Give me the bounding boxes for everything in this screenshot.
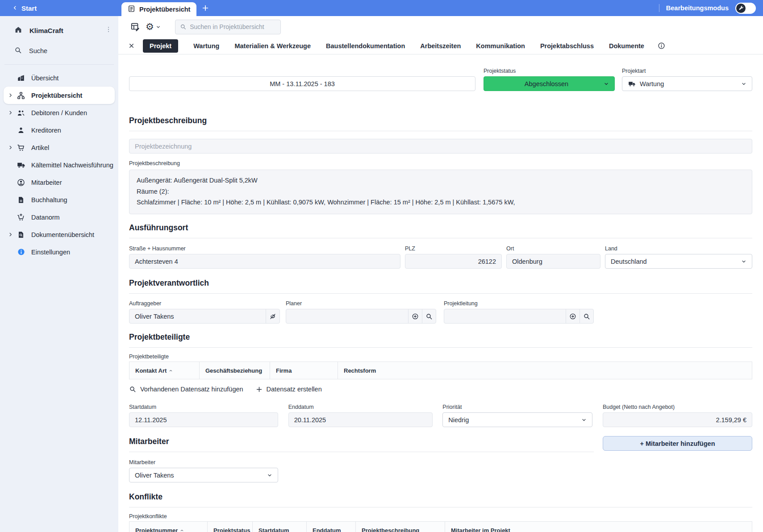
plus-icon — [202, 4, 209, 12]
street-field[interactable]: Achtersteven 4 — [129, 254, 400, 269]
lead-group: Projektleitung — [444, 300, 594, 324]
add-record-button[interactable] — [408, 309, 422, 323]
tab-title: Projektübersicht — [139, 6, 190, 13]
search-record-button[interactable] — [580, 309, 593, 323]
sidebar-item-debitoren-kunden[interactable]: Debitoren / Kunden — [4, 104, 115, 121]
column-firma[interactable]: Firma — [270, 362, 338, 379]
table-edit-icon — [130, 22, 140, 32]
planner-value[interactable] — [286, 309, 408, 323]
cart-plus-icon — [16, 213, 26, 222]
city-field[interactable]: Oldenburg — [506, 254, 600, 269]
column-projektstatus[interactable]: Projektstatus — [207, 522, 252, 532]
section-mitarbeiter: Mitarbeiter + Mitarbeiter hinzufügen — [129, 436, 752, 452]
project-form: MM - 13.11.2025 - 183 Projektstatus Abge… — [118, 54, 763, 532]
employee-select[interactable]: Oliver Takens — [129, 468, 278, 482]
people-icon — [16, 108, 26, 117]
edit-mode-toggle[interactable] — [735, 3, 756, 14]
chevron-right-icon[interactable] — [8, 110, 14, 115]
toggle-knob — [736, 4, 746, 13]
person-icon — [16, 126, 26, 135]
enddate-field[interactable]: 20.11.2025 — [288, 412, 433, 427]
project-name-input[interactable] — [129, 139, 752, 154]
column-mitarbeiter-im-projekt[interactable]: Mitarbeiter im Projekt — [445, 522, 752, 532]
create-record-link[interactable]: Datensatz erstellen — [256, 386, 322, 393]
start-button[interactable]: Start — [13, 0, 37, 16]
sidebar-item-mitarbeiter[interactable]: Mitarbeiter — [4, 174, 115, 191]
topbar-right: Bearbeitungsmodus — [659, 0, 756, 16]
column-enddatum[interactable]: Enddatum — [306, 522, 355, 532]
tab-materialien-werkzeuge[interactable]: Materialien & Werkzeuge — [234, 42, 311, 50]
sort-asc-icon — [169, 369, 173, 373]
info-outline-icon — [658, 42, 665, 50]
column-projektnummer[interactable]: Projektnummer — [129, 522, 207, 532]
section-title: Ausführungsort — [129, 223, 752, 233]
column-geschaeftsbeziehung[interactable]: Geschäftsbeziehung — [199, 362, 270, 379]
table-edit-button[interactable] — [129, 21, 141, 33]
description-textarea[interactable]: Außengerät: Außengerät Dual-Split 5,2kW … — [129, 170, 752, 214]
browser-tab-projektuebersicht[interactable]: Projektübersicht — [121, 2, 196, 16]
tab-projektabschluss[interactable]: Projektabschluss — [540, 42, 594, 50]
tab-wartung[interactable]: Wartung — [193, 42, 219, 50]
country-select[interactable]: Deutschland — [605, 254, 752, 269]
tab-kommunikation[interactable]: Kommunikation — [476, 42, 525, 50]
tab-navigation: Projekt Wartung Materialien & Werkzeuge … — [118, 37, 763, 54]
workspace-switcher[interactable]: KlimaCraft — [0, 23, 118, 37]
sidebar: KlimaCraft Suche Übersicht — [0, 16, 118, 532]
unlink-icon — [269, 313, 276, 320]
client-value[interactable]: Oliver Takens — [129, 309, 266, 323]
page-search-input[interactable] — [190, 23, 276, 30]
section-ausfuehrungsort: Ausführungsort — [129, 223, 752, 238]
plus-circle-icon — [412, 313, 419, 320]
search-icon — [583, 313, 590, 320]
sidebar-item-einstellungen[interactable]: Einstellungen — [4, 243, 115, 261]
plz-field[interactable]: 26122 — [405, 254, 502, 269]
sidebar-item-buchhaltung[interactable]: Buchhaltung — [4, 191, 115, 208]
column-kontakt-art[interactable]: Kontakt Art — [129, 362, 199, 379]
tab-baustellendokumentation[interactable]: Baustellendokumentation — [326, 42, 405, 50]
tab-arbeitszeiten[interactable]: Arbeitszeiten — [420, 42, 461, 50]
info-button[interactable] — [658, 42, 665, 50]
chevron-down-icon — [581, 417, 587, 423]
close-button[interactable] — [127, 42, 136, 50]
chevron-right-icon[interactable] — [8, 93, 14, 98]
kebab-menu-icon[interactable] — [105, 26, 112, 35]
chevron-right-icon[interactable] — [8, 232, 14, 237]
add-existing-record-link[interactable]: Vorhandenen Datensatz hinzufügen — [129, 386, 243, 393]
lead-value[interactable] — [444, 309, 566, 323]
project-number-field[interactable]: MM - 13.11.2025 - 183 — [129, 76, 475, 91]
sidebar-item-kaeltemittel[interactable]: Kältemittel Nachweisführung — [4, 156, 115, 174]
sidebar-item-artikel[interactable]: Artikel — [4, 139, 115, 156]
sidebar-item-projektuebersicht[interactable]: Projektübersicht — [4, 87, 115, 104]
participants-table-header: Kontakt Art Geschäftsbeziehung Firma Rec… — [129, 362, 752, 379]
project-type-select[interactable]: Wartung — [622, 76, 752, 91]
sidebar-item-dokumentenuebersicht[interactable]: Dokumentenübersicht — [4, 226, 115, 243]
enddate-group: Enddatum 20.11.2025 — [288, 404, 433, 427]
section-konflikte: Konflikte — [129, 492, 752, 507]
column-projektbeschreibung[interactable]: Projektbeschreibung — [355, 522, 445, 532]
tab-dokumente[interactable]: Dokumente — [609, 42, 644, 50]
tab-projekt[interactable]: Projekt — [143, 39, 178, 53]
conflicts-table-label: Projektkonflikte — [129, 513, 752, 520]
add-record-button[interactable] — [566, 309, 580, 323]
truck-icon — [16, 161, 26, 170]
settings-menu-button[interactable]: ⚙ — [146, 22, 161, 32]
unlink-button[interactable] — [266, 309, 279, 323]
add-employee-button[interactable]: + Mitarbeiter hinzufügen — [603, 436, 752, 451]
edit-mode-label: Bearbeitungsmodus — [666, 4, 729, 12]
sidebar-search[interactable]: Suche — [0, 44, 118, 58]
sidebar-item-datanorm[interactable]: Datanorm — [4, 208, 115, 226]
description-label: Projektbeschreibung — [129, 160, 752, 166]
search-record-button[interactable] — [422, 309, 436, 323]
new-tab-button[interactable] — [200, 3, 211, 13]
chevron-right-icon[interactable] — [8, 145, 14, 150]
person-circle-icon — [16, 178, 26, 187]
budget-field[interactable]: 2.159,29 € — [603, 412, 752, 427]
priority-select[interactable]: Niedrig — [442, 412, 592, 427]
section-title: Mitarbeiter — [129, 437, 594, 452]
startdate-field[interactable]: 12.11.2025 — [129, 412, 278, 427]
column-rechtsform[interactable]: Rechtsform — [338, 362, 752, 379]
sidebar-item-uebersicht[interactable]: Übersicht — [4, 69, 115, 87]
column-startdatum[interactable]: Startdatum — [252, 522, 306, 532]
sidebar-item-kreditoren[interactable]: Kreditoren — [4, 121, 115, 139]
project-status-select[interactable]: Abgeschlossen — [484, 76, 615, 91]
